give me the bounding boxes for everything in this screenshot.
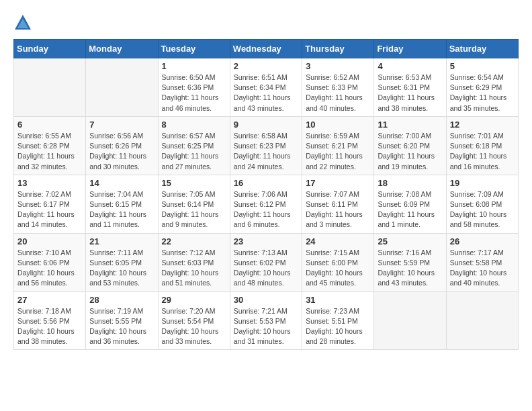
day-number: 27 [17, 295, 82, 305]
day-number: 3 [306, 61, 370, 71]
day-info: Sunrise: 7:07 AM Sunset: 6:11 PM Dayligh… [306, 189, 370, 230]
day-info: Sunrise: 7:01 AM Sunset: 6:18 PM Dayligh… [450, 131, 515, 172]
day-number: 11 [378, 120, 442, 130]
day-info: Sunrise: 6:57 AM Sunset: 6:25 PM Dayligh… [162, 131, 226, 172]
calendar-cell: 25Sunrise: 7:16 AM Sunset: 5:59 PM Dayli… [374, 233, 446, 291]
calendar-cell: 14Sunrise: 7:04 AM Sunset: 6:15 PM Dayli… [86, 175, 158, 233]
day-number: 24 [306, 236, 370, 246]
calendar-cell: 12Sunrise: 7:01 AM Sunset: 6:18 PM Dayli… [446, 116, 518, 175]
calendar-cell: 3Sunrise: 6:52 AM Sunset: 6:33 PM Daylig… [302, 58, 374, 117]
calendar-cell: 15Sunrise: 7:05 AM Sunset: 6:14 PM Dayli… [158, 175, 230, 233]
logo-icon [13, 13, 32, 32]
calendar-cell [374, 291, 446, 350]
day-info: Sunrise: 7:23 AM Sunset: 5:51 PM Dayligh… [306, 306, 370, 347]
calendar-cell: 31Sunrise: 7:23 AM Sunset: 5:51 PM Dayli… [302, 291, 374, 350]
day-number: 5 [450, 61, 515, 71]
calendar-cell: 20Sunrise: 7:10 AM Sunset: 6:06 PM Dayli… [14, 233, 86, 291]
day-number: 21 [89, 236, 154, 246]
calendar-cell: 9Sunrise: 6:58 AM Sunset: 6:23 PM Daylig… [230, 116, 302, 175]
day-number: 6 [17, 120, 82, 130]
week-row-5: 27Sunrise: 7:18 AM Sunset: 5:56 PM Dayli… [14, 291, 519, 350]
day-info: Sunrise: 7:13 AM Sunset: 6:02 PM Dayligh… [234, 248, 298, 289]
day-info: Sunrise: 6:58 AM Sunset: 6:23 PM Dayligh… [234, 131, 298, 172]
day-number: 4 [378, 61, 442, 71]
day-info: Sunrise: 6:51 AM Sunset: 6:34 PM Dayligh… [234, 73, 298, 113]
day-info: Sunrise: 7:19 AM Sunset: 5:55 PM Dayligh… [89, 306, 154, 347]
day-info: Sunrise: 6:55 AM Sunset: 6:28 PM Dayligh… [17, 131, 82, 172]
day-number: 22 [162, 236, 226, 246]
day-info: Sunrise: 6:52 AM Sunset: 6:33 PM Dayligh… [306, 73, 370, 113]
weekday-header-saturday: Saturday [446, 40, 518, 58]
week-row-4: 20Sunrise: 7:10 AM Sunset: 6:06 PM Dayli… [14, 233, 519, 291]
calendar-cell: 27Sunrise: 7:18 AM Sunset: 5:56 PM Dayli… [14, 291, 86, 350]
day-number: 15 [162, 178, 226, 188]
day-number: 18 [378, 178, 442, 188]
calendar-cell: 16Sunrise: 7:06 AM Sunset: 6:12 PM Dayli… [230, 175, 302, 233]
day-info: Sunrise: 7:18 AM Sunset: 5:56 PM Dayligh… [17, 306, 82, 347]
calendar-cell: 11Sunrise: 7:00 AM Sunset: 6:20 PM Dayli… [374, 116, 446, 175]
day-info: Sunrise: 7:04 AM Sunset: 6:15 PM Dayligh… [89, 189, 154, 230]
calendar-cell: 2Sunrise: 6:51 AM Sunset: 6:34 PM Daylig… [230, 58, 302, 117]
day-number: 14 [89, 178, 154, 188]
day-number: 16 [234, 178, 298, 188]
day-info: Sunrise: 7:21 AM Sunset: 5:53 PM Dayligh… [234, 306, 298, 347]
day-info: Sunrise: 6:50 AM Sunset: 6:36 PM Dayligh… [162, 73, 226, 113]
calendar-cell: 24Sunrise: 7:15 AM Sunset: 6:00 PM Dayli… [302, 233, 374, 291]
weekday-header-wednesday: Wednesday [230, 40, 302, 58]
calendar-cell: 22Sunrise: 7:12 AM Sunset: 6:03 PM Dayli… [158, 233, 230, 291]
weekday-header-monday: Monday [86, 40, 158, 58]
day-number: 25 [378, 236, 442, 246]
day-number: 20 [17, 236, 82, 246]
day-number: 2 [234, 61, 298, 71]
calendar-cell: 7Sunrise: 6:56 AM Sunset: 6:26 PM Daylig… [86, 116, 158, 175]
calendar-cell: 23Sunrise: 7:13 AM Sunset: 6:02 PM Dayli… [230, 233, 302, 291]
weekday-header-tuesday: Tuesday [158, 40, 230, 58]
calendar-cell: 1Sunrise: 6:50 AM Sunset: 6:36 PM Daylig… [158, 58, 230, 117]
calendar-cell [86, 58, 158, 117]
day-info: Sunrise: 7:00 AM Sunset: 6:20 PM Dayligh… [378, 131, 442, 172]
logo [13, 13, 35, 32]
calendar-cell: 6Sunrise: 6:55 AM Sunset: 6:28 PM Daylig… [14, 116, 86, 175]
day-number: 8 [162, 120, 226, 130]
day-info: Sunrise: 6:56 AM Sunset: 6:26 PM Dayligh… [89, 131, 154, 172]
day-number: 17 [306, 178, 370, 188]
day-number: 10 [306, 120, 370, 130]
day-number: 31 [306, 295, 370, 305]
week-row-1: 1Sunrise: 6:50 AM Sunset: 6:36 PM Daylig… [14, 58, 519, 117]
day-info: Sunrise: 7:17 AM Sunset: 5:58 PM Dayligh… [450, 248, 515, 289]
calendar-cell: 13Sunrise: 7:02 AM Sunset: 6:17 PM Dayli… [14, 175, 86, 233]
weekday-header-row: SundayMondayTuesdayWednesdayThursdayFrid… [14, 40, 519, 58]
calendar-cell: 5Sunrise: 6:54 AM Sunset: 6:29 PM Daylig… [446, 58, 518, 117]
day-number: 1 [162, 61, 226, 71]
weekday-header-sunday: Sunday [14, 40, 86, 58]
day-info: Sunrise: 7:08 AM Sunset: 6:09 PM Dayligh… [378, 189, 442, 230]
calendar-cell [446, 291, 518, 350]
day-info: Sunrise: 7:10 AM Sunset: 6:06 PM Dayligh… [17, 248, 82, 289]
day-info: Sunrise: 7:11 AM Sunset: 6:05 PM Dayligh… [89, 248, 154, 289]
day-number: 29 [162, 295, 226, 305]
day-number: 28 [89, 295, 154, 305]
calendar-cell: 29Sunrise: 7:20 AM Sunset: 5:54 PM Dayli… [158, 291, 230, 350]
day-number: 12 [450, 120, 515, 130]
day-number: 26 [450, 236, 515, 246]
day-number: 19 [450, 178, 515, 188]
day-info: Sunrise: 7:09 AM Sunset: 6:08 PM Dayligh… [450, 189, 515, 230]
page-header [13, 13, 519, 32]
day-number: 7 [89, 120, 154, 130]
day-info: Sunrise: 7:16 AM Sunset: 5:59 PM Dayligh… [378, 248, 442, 289]
calendar-cell: 8Sunrise: 6:57 AM Sunset: 6:25 PM Daylig… [158, 116, 230, 175]
calendar-cell: 30Sunrise: 7:21 AM Sunset: 5:53 PM Dayli… [230, 291, 302, 350]
day-info: Sunrise: 6:54 AM Sunset: 6:29 PM Dayligh… [450, 73, 515, 113]
day-info: Sunrise: 7:02 AM Sunset: 6:17 PM Dayligh… [17, 189, 82, 230]
day-info: Sunrise: 7:12 AM Sunset: 6:03 PM Dayligh… [162, 248, 226, 289]
calendar-cell: 18Sunrise: 7:08 AM Sunset: 6:09 PM Dayli… [374, 175, 446, 233]
calendar-cell: 19Sunrise: 7:09 AM Sunset: 6:08 PM Dayli… [446, 175, 518, 233]
day-info: Sunrise: 6:53 AM Sunset: 6:31 PM Dayligh… [378, 73, 442, 113]
calendar-cell: 26Sunrise: 7:17 AM Sunset: 5:58 PM Dayli… [446, 233, 518, 291]
calendar-cell: 10Sunrise: 6:59 AM Sunset: 6:21 PM Dayli… [302, 116, 374, 175]
day-number: 9 [234, 120, 298, 130]
calendar-cell: 17Sunrise: 7:07 AM Sunset: 6:11 PM Dayli… [302, 175, 374, 233]
calendar-cell [14, 58, 86, 117]
day-number: 23 [234, 236, 298, 246]
weekday-header-thursday: Thursday [302, 40, 374, 58]
